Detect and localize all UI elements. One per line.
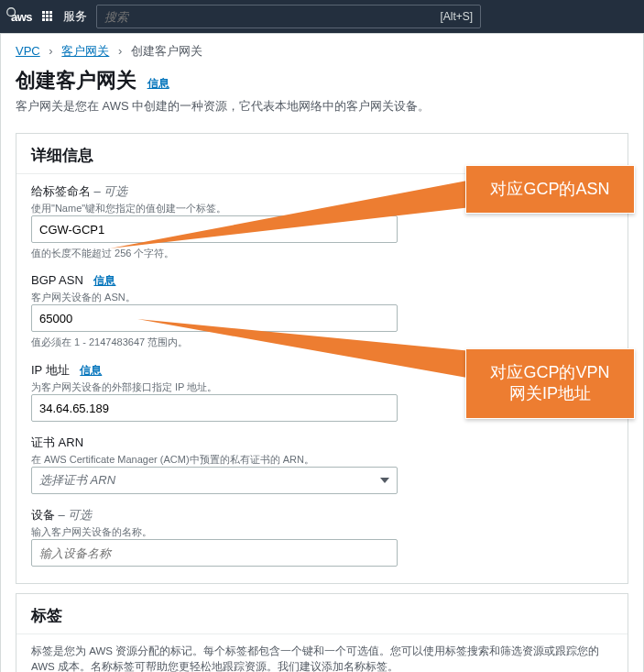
cert-desc: 在 AWS Certificate Manager (ACM)中预置的私有证书的… <box>31 453 613 467</box>
bgp-desc: 客户网关设备的 ASN。 <box>31 291 613 304</box>
cert-label: 证书 ARN <box>31 435 613 451</box>
callout-asn: 对应GCP的ASN <box>465 165 635 214</box>
chevron-right-icon: › <box>118 44 122 58</box>
search-box[interactable]: [Alt+S] <box>96 5 481 28</box>
search-shortcut: [Alt+S] <box>440 10 473 23</box>
callout-vpn: 对应GCP的VPN网关IP地址 <box>465 348 635 419</box>
svg-marker-6 <box>110 180 472 248</box>
name-tag-label: 给标签命名 <box>31 184 91 198</box>
tags-panel-title: 标签 <box>16 594 628 634</box>
cert-arn-select[interactable]: 选择证书 ARN <box>31 467 398 494</box>
page-description: 客户网关是您在 AWS 中创建的一种资源，它代表本地网络中的客户网关设备。 <box>16 98 628 115</box>
services-label[interactable]: 服务 <box>63 8 87 25</box>
ip-address-input[interactable] <box>31 394 398 422</box>
field-device: 设备 – 可选 输入客户网关设备的名称。 <box>31 507 613 567</box>
page-title: 创建客户网关 <box>16 67 136 94</box>
device-label: 设备 <box>31 508 55 522</box>
bgp-label: BGP ASN <box>31 273 83 287</box>
breadcrumb: VPC › 客户网关 › 创建客户网关 <box>1 34 643 63</box>
field-cert-arn: 证书 ARN 在 AWS Certificate Manager (ACM)中预… <box>31 435 613 494</box>
info-link[interactable]: 信息 <box>147 77 169 90</box>
svg-point-0 <box>7 8 16 17</box>
search-icon <box>5 6 18 19</box>
cert-placeholder: 选择证书 ARN <box>39 472 115 489</box>
device-optional: – 可选 <box>55 508 92 522</box>
svg-marker-7 <box>137 319 472 379</box>
page-header: 创建客户网关 信息 客户网关是您在 AWS 中创建的一种资源，它代表本地网络中的… <box>1 63 643 124</box>
search-input[interactable] <box>104 10 434 24</box>
caret-down-icon <box>380 478 389 483</box>
tags-description: 标签是您为 AWS 资源分配的标记。每个标签都包含一个键和一个可选值。您可以使用… <box>31 644 613 672</box>
svg-line-1 <box>15 16 18 19</box>
services-grid-icon[interactable] <box>41 10 54 23</box>
ip-label: IP 地址 <box>31 363 70 377</box>
device-input[interactable] <box>31 539 398 567</box>
tags-panel: 标签 标签是您为 AWS 资源分配的标记。每个标签都包含一个键和一个可选值。您可… <box>16 593 628 672</box>
top-nav: aws 服务 [Alt+S] <box>0 0 644 33</box>
chevron-right-icon: › <box>49 44 52 58</box>
arrow-vpn <box>137 319 476 392</box>
device-desc: 输入客户网关设备的名称。 <box>31 525 613 539</box>
ip-info-link[interactable]: 信息 <box>80 364 102 377</box>
breadcrumb-cgw[interactable]: 客户网关 <box>61 44 109 58</box>
breadcrumb-vpc[interactable]: VPC <box>16 44 40 58</box>
breadcrumb-current: 创建客户网关 <box>131 44 202 58</box>
arrow-asn <box>110 180 476 253</box>
bgp-info-link[interactable]: 信息 <box>93 274 115 287</box>
